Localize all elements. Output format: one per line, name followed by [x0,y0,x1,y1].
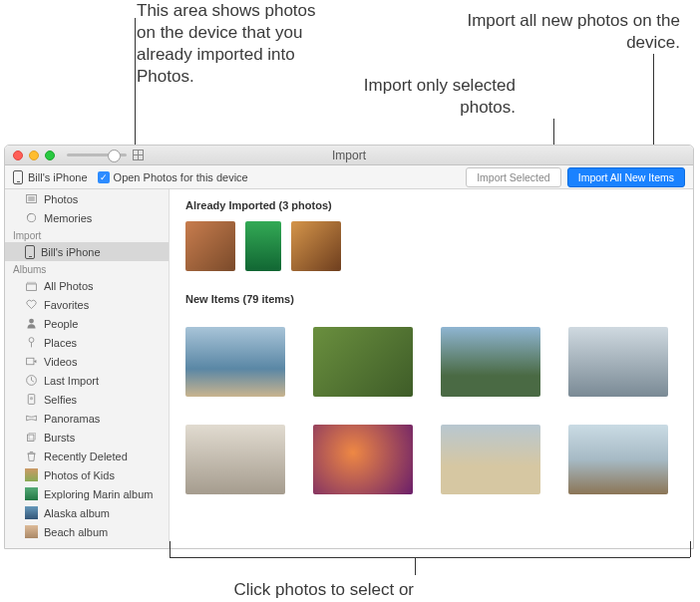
svg-point-11 [30,397,33,400]
svg-rect-4 [27,282,35,284]
sidebar-item-album[interactable]: Photos of Kids [5,465,169,484]
sidebar-item-device[interactable]: Bill's iPhone [5,242,169,261]
open-photos-label: Open Photos for this device [114,171,248,183]
sidebar-item-bursts[interactable]: Bursts [5,428,169,447]
window-title: Import [5,149,693,162]
sidebar: Photos Memories Import Bill's iPhone Alb… [5,189,170,548]
album-icon [25,506,38,519]
album-icon [25,468,38,481]
svg-rect-12 [27,435,34,442]
burst-icon [25,431,38,444]
sidebar-item-recently-deleted[interactable]: Recently Deleted [5,447,169,465]
sidebar-item-memories[interactable]: Memories [5,208,169,227]
photo-thumbnail[interactable] [568,327,668,397]
callout-click-select: Click photos to select or deselect them. [224,579,414,602]
memories-icon [25,211,38,224]
svg-rect-3 [27,284,37,291]
import-content: Already Imported (3 photos) New Items (7… [170,189,693,548]
trash-icon [25,450,38,462]
device-name: Bill's iPhone [28,171,88,183]
sidebar-section-import: Import [5,227,169,242]
sidebar-item-selfies[interactable]: Selfies [5,390,169,409]
callout-import-all: Import all new photos on the device. [431,10,680,54]
import-toolbar: Bill's iPhone ✓ Open Photos for this dev… [5,165,693,189]
sidebar-section-albums: Albums [5,261,169,276]
already-imported-heading: Already Imported (3 photos) [170,189,693,217]
sidebar-item-last-import[interactable]: Last Import [5,371,169,390]
sidebar-item-all-photos[interactable]: All Photos [5,276,169,295]
annotations-top: This area shows photos on the device tha… [0,0,700,145]
open-photos-checkbox[interactable]: ✓ [98,171,110,183]
sidebar-item-panoramas[interactable]: Panoramas [5,409,169,428]
photo-thumbnail[interactable] [185,425,285,494]
svg-point-6 [29,338,34,343]
album-icon [25,487,38,500]
sidebar-item-places[interactable]: Places [5,333,169,352]
panorama-icon [25,412,38,425]
stack-icon [25,279,38,292]
titlebar: Import [5,146,693,165]
sidebar-item-photos[interactable]: Photos [5,189,169,208]
new-items-grid [170,311,693,510]
album-icon [25,525,38,538]
video-icon [25,355,38,368]
photo-thumbnail[interactable] [313,327,413,397]
svg-point-5 [29,319,34,324]
svg-rect-1 [28,196,35,201]
new-items-heading: New Items (79 items) [170,275,693,311]
people-icon [25,317,38,330]
photo-thumbnail[interactable] [568,425,668,494]
photo-thumbnail[interactable] [185,327,285,397]
svg-rect-13 [29,433,36,440]
photo-thumbnail[interactable] [441,425,540,494]
photo-thumbnail[interactable] [441,327,540,397]
device-icon [25,245,35,259]
callout-import-selected: Import only selected photos. [326,75,516,119]
sidebar-item-people[interactable]: People [5,314,169,333]
sidebar-item-album[interactable]: Beach album [5,522,169,541]
already-imported-row [170,217,693,275]
annotations-bottom: Click photos to select or deselect them. [0,557,700,602]
sidebar-item-videos[interactable]: Videos [5,352,169,371]
photo-thumbnail[interactable] [185,221,235,271]
photo-thumbnail[interactable] [313,425,413,494]
sidebar-item-favorites[interactable]: Favorites [5,295,169,314]
import-selected-button[interactable]: Import Selected [466,167,561,187]
device-icon [13,170,23,184]
callout-already-imported: This area shows photos on the device tha… [137,0,336,88]
sidebar-item-album[interactable]: Alaska album [5,503,169,522]
sidebar-item-album[interactable]: Exploring Marin album [5,484,169,503]
photos-icon [25,192,38,205]
photos-app-window: Import Bill's iPhone ✓ Open Photos for t… [4,145,694,549]
photo-thumbnail[interactable] [245,221,281,271]
heart-icon [25,298,38,311]
import-all-button[interactable]: Import All New Items [567,167,685,187]
clock-icon [25,374,38,387]
selfie-icon [25,393,38,406]
svg-rect-8 [27,358,34,365]
photo-thumbnail[interactable] [291,221,341,271]
pin-icon [25,336,38,349]
